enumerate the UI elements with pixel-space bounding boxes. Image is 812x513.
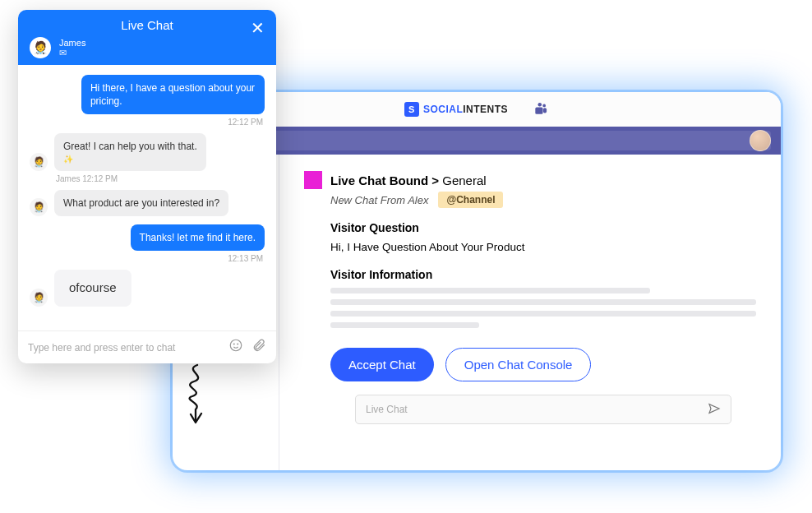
close-icon[interactable]: ✕ bbox=[251, 18, 265, 38]
accept-chat-button[interactable]: Accept Chat bbox=[330, 348, 434, 381]
svg-rect-3 bbox=[543, 108, 547, 113]
channel-title: Live Chat Bound > General bbox=[330, 173, 487, 187]
message-incoming: 🧑‍⚕️ What product are you interested in? bbox=[30, 190, 265, 216]
message-time: 12:13 PM bbox=[30, 254, 265, 263]
channel-title-bold: Live Chat Bound > bbox=[330, 173, 439, 187]
message-incoming: 🧑‍⚕️ ofcourse bbox=[30, 270, 265, 306]
info-line bbox=[330, 311, 756, 317]
msteams-icon bbox=[533, 101, 549, 118]
channel-subline: New Chat From Alex @Channel bbox=[330, 192, 756, 208]
chat-title: Live Chat bbox=[121, 18, 173, 32]
emoji-icon[interactable] bbox=[228, 338, 243, 357]
message-incoming: 🧑‍⚕️ Great! I can help you with that. ✨ bbox=[30, 133, 265, 171]
visitor-question-heading: Visitor Question bbox=[330, 221, 756, 234]
socialintents-badge-icon: S bbox=[404, 102, 419, 117]
chat-input[interactable]: Type here and press enter to chat bbox=[28, 342, 220, 354]
info-line bbox=[330, 288, 650, 293]
message-outgoing: Thanks! let me find it here. bbox=[30, 224, 265, 251]
svg-point-0 bbox=[542, 104, 546, 108]
agent-avatar-icon: 🧑‍⚕️ bbox=[30, 37, 51, 58]
svg-point-6 bbox=[238, 344, 238, 344]
visitor-info-placeholder bbox=[330, 288, 756, 328]
logo-text-social: SOCIAL bbox=[423, 104, 463, 115]
channel-color-icon bbox=[304, 171, 322, 189]
attachment-icon[interactable] bbox=[251, 338, 266, 357]
send-icon[interactable] bbox=[708, 402, 721, 418]
socialintents-logo: S SOCIALINTENTS bbox=[404, 102, 508, 117]
user-avatar[interactable] bbox=[750, 130, 771, 151]
svg-point-4 bbox=[230, 340, 242, 351]
agent-name: James bbox=[59, 38, 85, 48]
open-chat-console-button[interactable]: Open Chat Console bbox=[445, 348, 592, 381]
message-bubble: Hi there, I have a question about your p… bbox=[81, 75, 265, 114]
agent-avatar-icon: 🧑‍⚕️ bbox=[30, 198, 48, 216]
message-outgoing: Hi there, I have a question about your p… bbox=[30, 75, 265, 114]
logo-text-intents: INTENTS bbox=[463, 104, 508, 115]
compose-input[interactable]: Live Chat bbox=[355, 395, 731, 424]
info-line bbox=[330, 299, 756, 305]
sparkle-icon: ✨ bbox=[63, 154, 197, 165]
message-bubble: What product are you interested in? bbox=[54, 190, 228, 216]
svg-point-5 bbox=[233, 344, 234, 344]
message-time: 12:12 PM bbox=[30, 118, 265, 127]
teams-main: Live Chat Bound > General New Chat From … bbox=[279, 155, 781, 470]
message-bubble: Great! I can help you with that. ✨ bbox=[54, 133, 206, 171]
message-text: Great! I can help you with that. bbox=[63, 140, 197, 153]
message-bubble: ofcourse bbox=[54, 270, 131, 306]
mail-icon: ✉ bbox=[59, 48, 85, 58]
message-bubble: Thanks! let me find it here. bbox=[131, 224, 265, 251]
svg-rect-2 bbox=[535, 108, 542, 114]
visitor-info-heading: Visitor Information bbox=[330, 268, 756, 281]
message-author-time: James 12:12 PM bbox=[30, 174, 265, 183]
svg-point-1 bbox=[538, 103, 542, 106]
chat-input-row: Type here and press enter to chat bbox=[18, 330, 276, 363]
compose-placeholder: Live Chat bbox=[366, 404, 408, 415]
agent-avatar-icon: 🧑‍⚕️ bbox=[30, 153, 48, 171]
channel-title-general: General bbox=[439, 173, 487, 187]
chat-body: Hi there, I have a question about your p… bbox=[18, 65, 276, 330]
live-chat-widget: Live Chat ✕ 🧑‍⚕️ James ✉ Hi there, I hav… bbox=[18, 10, 276, 363]
channel-header: Live Chat Bound > General bbox=[304, 171, 756, 189]
new-chat-from: New Chat From Alex bbox=[330, 194, 428, 206]
visitor-question-text: Hi, I Have Question About Your Product bbox=[330, 241, 756, 253]
info-line bbox=[330, 322, 479, 328]
channel-badge: @Channel bbox=[438, 192, 503, 208]
agent-row: 🧑‍⚕️ James ✉ bbox=[30, 37, 265, 58]
chat-header: Live Chat ✕ 🧑‍⚕️ James ✉ bbox=[18, 10, 276, 65]
agent-avatar-icon: 🧑‍⚕️ bbox=[30, 289, 48, 307]
action-row: Accept Chat Open Chat Console bbox=[330, 348, 756, 381]
